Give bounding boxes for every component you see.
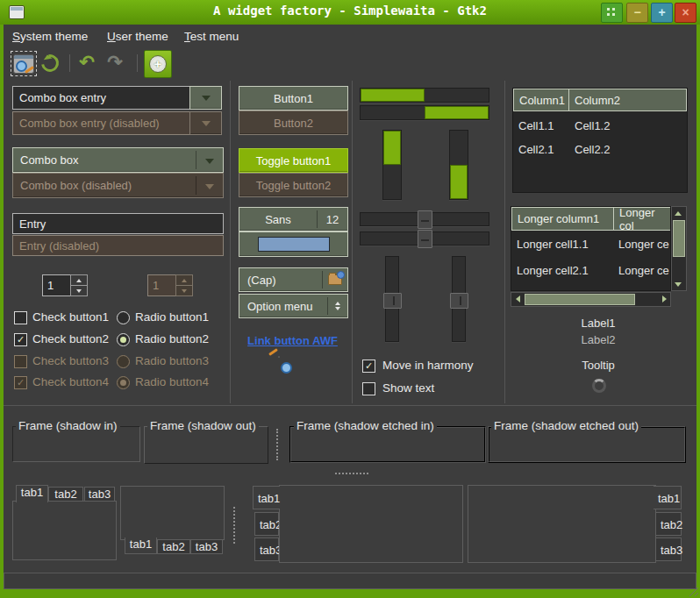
table-cell[interactable]: Cell2.1 bbox=[518, 141, 554, 159]
combo-box[interactable]: Combo box bbox=[12, 147, 224, 173]
spin-arrows bbox=[70, 274, 88, 296]
spinbutton[interactable]: 1 bbox=[42, 274, 88, 296]
tab-2[interactable]: tab2 bbox=[48, 487, 83, 502]
check-button-2-label: Check button2 bbox=[32, 332, 109, 346]
tab-2[interactable]: tab2 bbox=[157, 539, 190, 554]
horizontal-scrollbar[interactable] bbox=[511, 292, 671, 307]
tab-1[interactable]: tab1 bbox=[253, 486, 280, 509]
vscale-1-handle[interactable] bbox=[383, 293, 402, 309]
table-cell[interactable]: Longer cell3.1 bbox=[517, 286, 589, 291]
button1[interactable]: Button1 bbox=[239, 86, 348, 110]
tab-3[interactable]: tab3 bbox=[84, 487, 115, 502]
close-button[interactable]: × bbox=[675, 3, 696, 23]
table-cell[interactable]: Longer cell2.1 bbox=[517, 262, 589, 280]
check-mark-icon: ✓ bbox=[365, 360, 373, 371]
spin-up-button[interactable] bbox=[70, 274, 88, 286]
check-button-4: ✓ bbox=[14, 376, 27, 389]
titlebar[interactable]: A widget factory - Simplewaita - Gtk2 − … bbox=[0, 0, 700, 25]
combo-box-value: Combo box bbox=[13, 153, 196, 167]
entry-field[interactable]: Entry bbox=[12, 213, 224, 234]
scroll-up-button[interactable] bbox=[672, 207, 684, 219]
tab-2[interactable]: tab2 bbox=[655, 512, 682, 536]
radio-button-3-label: Radio button3 bbox=[135, 354, 209, 368]
vertical-dotted-separator bbox=[276, 429, 278, 460]
tab-3[interactable]: tab3 bbox=[655, 537, 682, 561]
tab-3[interactable]: tab3 bbox=[254, 537, 279, 561]
table-cell[interactable]: Cell1.2 bbox=[575, 117, 610, 135]
toolbar-refresh-button[interactable] bbox=[39, 53, 61, 74]
toggle-button2-disabled: Toggle button2 bbox=[239, 173, 348, 197]
window-menu-button[interactable] bbox=[601, 3, 623, 23]
hscale-2-handle[interactable] bbox=[418, 230, 432, 248]
color-button[interactable] bbox=[239, 231, 348, 257]
toolbar-add-button[interactable]: + bbox=[144, 50, 172, 78]
tab-1[interactable]: tab1 bbox=[125, 537, 157, 554]
refresh-icon bbox=[38, 51, 62, 75]
spinbutton-disabled-value: 1 bbox=[147, 274, 175, 296]
tab-1[interactable]: tab1 bbox=[16, 485, 48, 502]
check-button-4-label: Check button4 bbox=[32, 375, 109, 389]
tab-3[interactable]: tab3 bbox=[190, 539, 223, 554]
progressbar-horizontal-1 bbox=[360, 88, 489, 103]
table-cell[interactable]: Longer cell1.1 bbox=[517, 236, 589, 253]
toggle-button1[interactable]: Toggle button1 bbox=[239, 148, 348, 173]
vscale-2-handle[interactable] bbox=[450, 293, 468, 309]
radio-button-2[interactable] bbox=[117, 333, 130, 346]
table-cell[interactable]: Cell1.1 bbox=[518, 117, 554, 135]
menu-user-theme[interactable]: User theme bbox=[107, 29, 168, 45]
spinbutton-value[interactable]: 1 bbox=[42, 274, 70, 296]
check-button-2[interactable]: ✓ bbox=[14, 333, 27, 346]
scroll-left-button[interactable] bbox=[511, 293, 524, 304]
tooltip-label: Tooltip bbox=[511, 359, 686, 372]
table-cell[interactable]: Longer ce bbox=[618, 262, 669, 280]
check-button-1[interactable] bbox=[14, 311, 27, 324]
toolbar-undo-button[interactable]: ↶ bbox=[75, 52, 98, 73]
minimize-button[interactable]: − bbox=[626, 3, 648, 23]
label2-insensitive: Label2 bbox=[511, 333, 686, 346]
scrollbar-thumb[interactable] bbox=[525, 294, 635, 305]
maximize-button[interactable]: + bbox=[651, 3, 673, 23]
move-in-harmony-label: Move in harmony bbox=[382, 359, 474, 373]
menu-system-theme[interactable]: System theme bbox=[12, 29, 88, 45]
column-header[interactable]: Column1 bbox=[513, 89, 569, 111]
column-separator bbox=[230, 81, 231, 403]
scrollbar-thumb[interactable] bbox=[673, 220, 685, 257]
radio-button-1[interactable] bbox=[117, 311, 130, 324]
tab-1[interactable]: tab1 bbox=[654, 486, 682, 509]
cap-file-button[interactable]: (Cap) bbox=[239, 267, 348, 292]
show-text-checkbox[interactable] bbox=[362, 382, 375, 395]
tab-2[interactable]: tab2 bbox=[254, 512, 279, 536]
check-button-1-label: Check button1 bbox=[32, 310, 109, 324]
horizontal-separator bbox=[4, 405, 696, 406]
table-cell[interactable]: Cell2.2 bbox=[575, 141, 610, 159]
font-button[interactable]: Sans 12 bbox=[239, 207, 348, 231]
toolbar-redo-button[interactable]: ↷ bbox=[104, 52, 126, 73]
treeview-1: Column1 Column2 Cell1.1 Cell1.2 Cell2.1 … bbox=[512, 88, 688, 193]
scroll-right-button[interactable] bbox=[658, 293, 670, 304]
frame-label: Frame (shadow out) bbox=[147, 419, 259, 433]
combo-box-disabled: Combo box (disabled) bbox=[12, 173, 224, 198]
combo-box-entry-text[interactable]: Combo box entry bbox=[12, 86, 189, 110]
menu-test-menu[interactable]: Test menu bbox=[184, 29, 239, 45]
column-header[interactable]: Column2 bbox=[568, 89, 687, 111]
scroll-down-button[interactable] bbox=[672, 278, 684, 290]
table-cell[interactable]: Longer ce bbox=[618, 286, 669, 291]
move-in-harmony-checkbox[interactable]: ✓ bbox=[362, 360, 375, 373]
frame-label: Frame (shadow etched out) bbox=[491, 419, 641, 433]
toolbar-app-button[interactable] bbox=[11, 51, 37, 76]
notebook-left-body bbox=[279, 485, 463, 563]
combo-box-entry[interactable]: Combo box entry bbox=[12, 86, 222, 110]
column-header[interactable]: Longer col bbox=[613, 207, 671, 231]
combo-box-entry-arrow-button[interactable] bbox=[189, 86, 222, 110]
app-logo-icon bbox=[13, 54, 34, 74]
column-header[interactable]: Longer column1 bbox=[511, 207, 614, 231]
link-button[interactable]: Link button AWF bbox=[239, 334, 346, 347]
spin-down-button[interactable] bbox=[70, 286, 88, 296]
combo-box-entry-disabled-text: Combo box entry (disabled) bbox=[12, 111, 189, 135]
option-menu[interactable]: Option menu bbox=[239, 294, 348, 318]
spin-arrows bbox=[175, 274, 193, 296]
vertical-scrollbar[interactable] bbox=[671, 206, 687, 291]
spin-down-button bbox=[175, 286, 193, 296]
hscale-1-handle[interactable] bbox=[418, 210, 432, 229]
table-cell[interactable]: Longer ce bbox=[618, 236, 669, 253]
